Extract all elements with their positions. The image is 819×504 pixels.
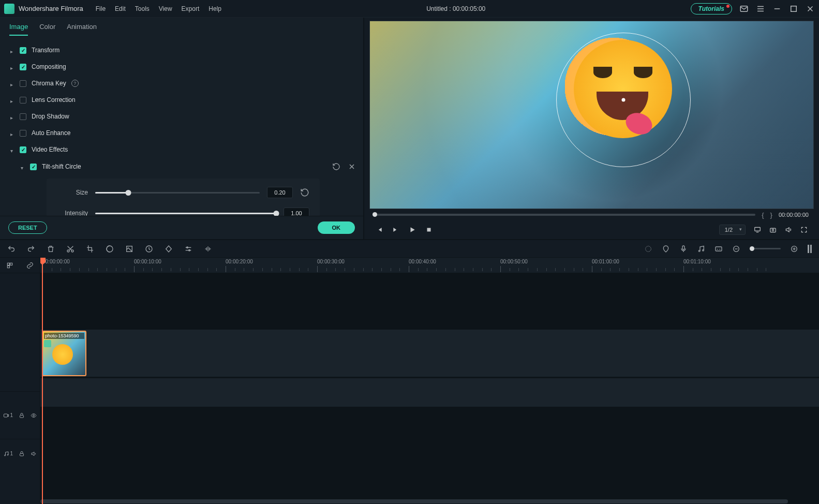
- prop-auto-enhance[interactable]: Auto Enhance: [7, 125, 356, 141]
- ruler-mark: 00:00:20:00: [226, 259, 253, 264]
- display-icon[interactable]: [754, 226, 761, 233]
- prop-drop-shadow[interactable]: Drop Shadow: [7, 108, 356, 125]
- menu-export[interactable]: Export: [182, 5, 200, 12]
- fullscreen-icon[interactable]: [800, 226, 808, 233]
- stop-button[interactable]: [425, 226, 433, 233]
- video-track[interactable]: photo-15349590: [40, 329, 819, 377]
- audio-track[interactable]: [40, 378, 819, 407]
- svg-rect-34: [8, 263, 10, 265]
- help-icon[interactable]: ?: [71, 80, 79, 87]
- caret-right-icon: [10, 64, 16, 69]
- ok-button[interactable]: OK: [318, 221, 355, 234]
- zoom-out-icon[interactable]: [732, 245, 740, 253]
- tutorials-button[interactable]: Tutorials: [691, 3, 732, 14]
- reset-size-icon[interactable]: [300, 188, 309, 197]
- size-value[interactable]: 0.20: [267, 187, 293, 198]
- prop-compositing[interactable]: Compositing: [7, 58, 356, 75]
- checkbox-auto[interactable]: [20, 130, 26, 137]
- link-icon[interactable]: [26, 262, 34, 269]
- size-slider[interactable]: [95, 192, 260, 194]
- record-voice-icon[interactable]: [679, 245, 688, 253]
- prop-lens-correction[interactable]: Lens Correction: [7, 92, 356, 108]
- keyframe-icon[interactable]: [165, 245, 173, 253]
- lock-audio-icon[interactable]: [19, 451, 25, 457]
- ruler-mark: 00:01:10:00: [683, 259, 711, 264]
- intensity-slider[interactable]: [95, 213, 276, 214]
- menu-file[interactable]: File: [96, 5, 106, 12]
- color-icon[interactable]: [106, 245, 114, 253]
- reset-effect-icon[interactable]: [332, 162, 340, 171]
- render-icon[interactable]: [644, 245, 652, 253]
- adjust-icon[interactable]: [184, 245, 192, 253]
- redo-icon[interactable]: [27, 245, 35, 253]
- timeline-ruler[interactable]: 00:00:00:0000:00:10:0000:00:20:0000:00:3…: [40, 258, 819, 273]
- scrub-track[interactable]: [373, 214, 755, 216]
- menu-view[interactable]: View: [159, 5, 172, 12]
- titlebar: Wondershare Filmora File Edit Tools View…: [0, 0, 819, 18]
- close-button[interactable]: [806, 4, 815, 13]
- checkbox-vfx[interactable]: [20, 146, 26, 153]
- svg-point-40: [4, 455, 5, 456]
- visibility-track-icon[interactable]: [31, 412, 37, 419]
- timeline-clip[interactable]: photo-15349590: [42, 331, 86, 376]
- tilt-shift-circle-overlay[interactable]: [556, 33, 691, 167]
- snapshot-icon[interactable]: [769, 226, 777, 233]
- tab-image[interactable]: Image: [9, 23, 28, 36]
- checkbox-compositing[interactable]: [20, 64, 26, 70]
- preview-quality-select[interactable]: 1/2: [719, 225, 746, 235]
- caret-right-icon: [10, 114, 16, 119]
- mute-audio-icon[interactable]: [31, 451, 37, 457]
- checkbox-transform[interactable]: [20, 47, 26, 54]
- prop-tilt-shift[interactable]: Tilt-shift Circle: [7, 158, 356, 175]
- reset-button[interactable]: RESET: [8, 221, 47, 234]
- caret-down-icon: [10, 147, 16, 152]
- ruler-mark: 00:00:00:00: [42, 259, 70, 264]
- tab-color[interactable]: Color: [39, 23, 55, 36]
- menu-edit[interactable]: Edit: [115, 5, 126, 12]
- tab-animation[interactable]: Animation: [67, 23, 97, 36]
- zoom-fit-icon[interactable]: [808, 245, 812, 253]
- crop-icon[interactable]: [86, 245, 94, 253]
- delete-icon[interactable]: [47, 245, 55, 253]
- speed-icon[interactable]: [145, 245, 153, 253]
- checkbox-tilt[interactable]: [30, 164, 37, 170]
- play-button[interactable]: [409, 226, 416, 233]
- zoom-slider[interactable]: [750, 248, 781, 249]
- svg-rect-5: [791, 6, 797, 11]
- marker-icon[interactable]: [662, 245, 670, 253]
- intensity-value[interactable]: 1.00: [284, 207, 309, 216]
- checkbox-chroma[interactable]: [20, 80, 26, 87]
- audio-wave-icon[interactable]: [204, 245, 212, 253]
- audio-mixer-icon[interactable]: [697, 245, 705, 253]
- mark-in-icon[interactable]: {: [762, 211, 764, 219]
- cut-icon[interactable]: [66, 245, 75, 253]
- track-manager-icon[interactable]: [6, 262, 13, 269]
- notification-icon[interactable]: [739, 4, 749, 13]
- maximize-button[interactable]: [789, 4, 798, 13]
- prop-video-effects[interactable]: Video Effects: [7, 141, 356, 158]
- caption-icon[interactable]: [714, 245, 723, 253]
- undo-icon[interactable]: [7, 245, 16, 253]
- prop-transform-label: Transform: [32, 47, 59, 54]
- prev-frame-button[interactable]: [376, 226, 383, 233]
- prop-chroma-key[interactable]: Chroma Key ?: [7, 75, 356, 92]
- menu-help[interactable]: Help: [209, 5, 221, 12]
- list-icon[interactable]: [756, 4, 765, 13]
- svg-point-27: [703, 249, 704, 251]
- lock-track-icon[interactable]: [19, 412, 25, 419]
- timeline-scrollbar[interactable]: [40, 499, 819, 504]
- checkbox-lens[interactable]: [20, 97, 26, 103]
- green-screen-icon[interactable]: [125, 245, 133, 253]
- next-frame-button[interactable]: [392, 226, 399, 233]
- zoom-in-icon[interactable]: [790, 245, 798, 253]
- remove-effect-icon[interactable]: [348, 162, 356, 171]
- checkbox-drop[interactable]: [20, 113, 26, 120]
- mark-out-icon[interactable]: }: [770, 211, 772, 219]
- preview-canvas[interactable]: [369, 21, 814, 209]
- playhead[interactable]: [42, 258, 43, 504]
- menu-tools[interactable]: Tools: [135, 5, 150, 12]
- timeline: 1 1 00:00:00:0000:00:10:0000:00:20:0000:…: [0, 258, 819, 504]
- prop-transform[interactable]: Transform: [7, 42, 356, 58]
- volume-icon[interactable]: [785, 226, 792, 233]
- minimize-button[interactable]: [772, 4, 782, 13]
